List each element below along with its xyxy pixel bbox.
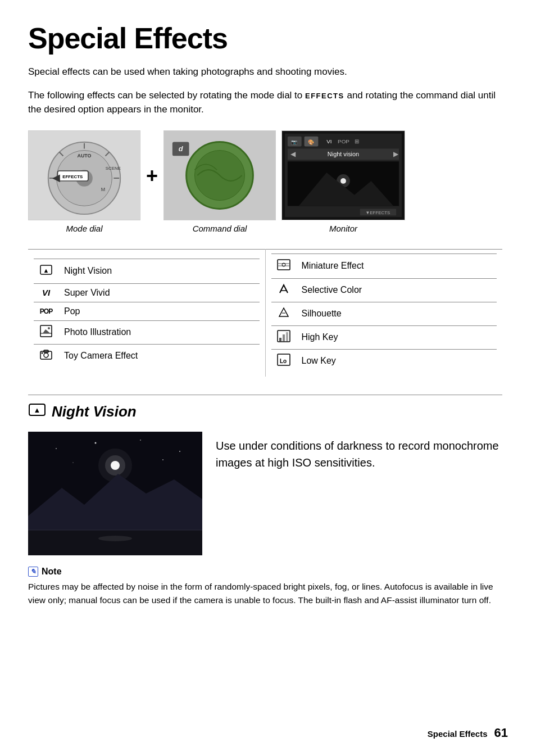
low-key-name: Low Key	[296, 349, 497, 373]
silhouette-icon	[271, 302, 296, 325]
effects-table: ▲ Night Vision VI Super Vivid POP Pop Ph	[28, 249, 502, 377]
svg-text:⊞: ⊞	[355, 138, 359, 144]
svg-point-46	[44, 353, 48, 357]
svg-rect-49	[278, 260, 290, 270]
toy-camera-icon	[34, 344, 58, 368]
svg-text:d: d	[179, 144, 184, 153]
footer-title: Special Effects	[428, 729, 488, 739]
night-vision-heading-text: Night Vision	[52, 403, 137, 420]
svg-rect-59	[286, 332, 288, 341]
svg-point-44	[48, 327, 50, 329]
svg-text:🎨: 🎨	[308, 138, 315, 145]
command-dial-item: d Command dial	[163, 130, 276, 233]
intro-paragraph-1: Special effects can be used when taking …	[28, 65, 502, 79]
selective-color-name: Selective Color	[296, 278, 497, 302]
note-label: Note	[42, 567, 62, 577]
svg-text:▼EFFECTS: ▼EFFECTS	[366, 210, 390, 215]
table-row: Photo Illustration	[34, 320, 260, 344]
svg-text:▶: ▶	[393, 150, 399, 158]
note-text: Pictures may be affected by noise in the…	[28, 580, 502, 607]
svg-text:M: M	[101, 186, 105, 192]
table-row: Toy Camera Effect	[34, 344, 260, 368]
svg-text:AUTO: AUTO	[78, 153, 92, 159]
svg-point-67	[140, 440, 141, 441]
pop-name: Pop	[58, 302, 260, 320]
page-number: 61	[494, 726, 508, 740]
silhouette-name: Silhouette	[296, 302, 497, 325]
monitor-item: 📷 🎨 VI POP ⊞ Night vision ◀ ▶	[281, 130, 405, 233]
svg-point-70	[162, 459, 163, 460]
svg-text:▲: ▲	[34, 406, 41, 414]
note-section: ✎ Note Pictures may be affected by noise…	[28, 567, 502, 607]
note-icon: ✎	[28, 567, 38, 577]
miniature-effect-name: Miniature Effect	[296, 253, 497, 278]
svg-point-65	[56, 448, 57, 449]
intro-paragraph-2: The following effects can be selected by…	[28, 88, 502, 117]
svg-rect-75	[28, 530, 202, 555]
svg-text:Lo: Lo	[280, 358, 287, 364]
photo-illustration-name: Photo Illustration	[58, 320, 260, 344]
svg-rect-57	[279, 338, 281, 341]
table-row: Silhouette	[271, 302, 497, 325]
mode-dial-label: Mode dial	[66, 224, 102, 233]
low-key-icon: Lo	[271, 349, 296, 373]
monitor-image: 📷 🎨 VI POP ⊞ Night vision ◀ ▶	[281, 130, 405, 220]
command-dial-image: d	[163, 130, 276, 220]
table-row: POP Pop	[34, 302, 260, 320]
svg-text:SCENE: SCENE	[106, 166, 121, 171]
svg-text:VI: VI	[326, 138, 331, 144]
svg-point-77	[98, 536, 132, 541]
table-row: ▲ Night Vision	[34, 259, 260, 283]
high-key-icon	[271, 325, 296, 349]
page-title: Special Effects	[28, 22, 502, 55]
svg-text:◀: ◀	[52, 172, 60, 183]
svg-text:Night vision: Night vision	[328, 151, 359, 157]
page-footer: Special Effects 61	[428, 726, 508, 740]
mode-dial-item: EFFECTS AUTO SCENE ◀ M Mode dial	[28, 130, 140, 233]
mode-dial-image: EFFECTS AUTO SCENE ◀ M	[28, 130, 140, 220]
selective-color-icon	[271, 278, 296, 302]
svg-point-48	[42, 352, 43, 354]
svg-marker-54	[279, 308, 288, 316]
night-vision-name: Night Vision	[58, 259, 260, 283]
table-row: Lo Low Key	[271, 349, 497, 373]
photo-illustration-icon	[34, 320, 58, 344]
table-row: High Key	[271, 325, 497, 349]
pop-icon: POP	[34, 302, 58, 320]
effects-keyword: EFFECTS	[305, 92, 344, 100]
note-header: ✎ Note	[28, 567, 502, 577]
dials-row: EFFECTS AUTO SCENE ◀ M Mode dial +	[28, 130, 502, 233]
svg-text:📷: 📷	[291, 138, 298, 145]
toy-camera-name: Toy Camera Effect	[58, 344, 260, 368]
svg-text:◀: ◀	[290, 150, 296, 158]
svg-text:EFFECTS: EFFECTS	[62, 174, 83, 179]
night-vision-icon: ▲	[34, 259, 58, 283]
night-vision-heading-icon: ▲	[28, 402, 46, 422]
monitor-label: Monitor	[329, 224, 357, 233]
svg-point-69	[72, 462, 74, 463]
plus-sign: +	[146, 164, 158, 188]
night-vision-description: Use under conditions of darkness to reco…	[216, 432, 502, 555]
svg-point-68	[179, 451, 180, 452]
table-row: Miniature Effect	[271, 253, 497, 278]
svg-text:▲: ▲	[43, 267, 49, 274]
svg-marker-43	[43, 329, 50, 333]
super-vivid-name: Super Vivid	[58, 283, 260, 302]
miniature-effect-icon	[271, 253, 296, 278]
night-vision-content: Use under conditions of darkness to reco…	[28, 432, 502, 555]
night-vision-image	[28, 432, 202, 555]
super-vivid-icon: VI	[34, 283, 58, 302]
svg-text:POP: POP	[338, 138, 349, 144]
table-row: VI Super Vivid	[34, 283, 260, 302]
high-key-name: High Key	[296, 325, 497, 349]
table-row: Selective Color	[271, 278, 497, 302]
night-vision-section-heading: ▲ Night Vision	[28, 395, 502, 422]
intro-text-part1: The following effects can be selected by…	[28, 90, 305, 101]
command-dial-label: Command dial	[193, 224, 247, 233]
svg-rect-58	[283, 334, 285, 341]
svg-point-66	[95, 442, 97, 443]
